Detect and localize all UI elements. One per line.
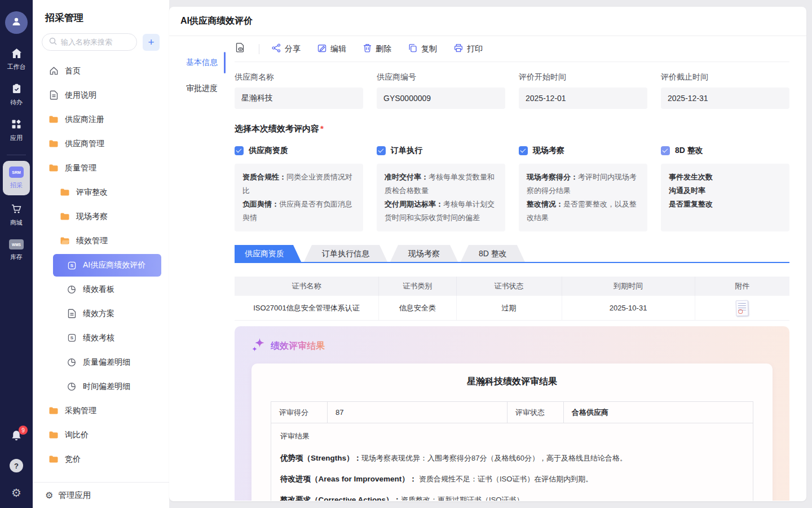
option-card: 现场考察得分：考评时间内现场考察的得分结果 整改情况：是否需要整改，以及整改结果 [519, 164, 647, 231]
app-rail: 工作台 待办 应用 SRM 招采 商城 WMS 库存 9 [0, 0, 33, 508]
field-value[interactable]: 星瀚科技 [235, 87, 363, 109]
tab-8d-rectify[interactable]: 8D 整改 [461, 245, 525, 262]
checkbox-checked[interactable] [519, 146, 528, 155]
rail-item-todo[interactable]: 待办 [10, 84, 23, 107]
sidebar-item-review-rectify[interactable]: 评审整改 [33, 180, 169, 204]
option-header: 供应商资质 [235, 146, 363, 156]
option-label: 8D 整改 [675, 146, 703, 156]
sidebar-item-instructions[interactable]: 使用说明 [33, 83, 169, 107]
result-section-title: 绩效评审结果 [271, 340, 325, 352]
col-cert-name: 证书名称 [235, 277, 379, 296]
tab-supplier-qualification[interactable]: 供应商资质 [235, 245, 301, 262]
wms-badge-icon: WMS [9, 239, 24, 249]
sidebar-item-site-visit[interactable]: 现场考察 [33, 204, 169, 229]
menu-label: 绩效方案 [83, 309, 114, 319]
sidebar-item-bidding[interactable]: 竞价 [33, 447, 169, 471]
add-button[interactable]: + [143, 34, 160, 51]
menu-label: 询比价 [65, 430, 89, 440]
pie-chart-icon [67, 358, 77, 367]
main-panel: AI供应商绩效评价 基本信息 审批进度 分享 编辑 [169, 7, 806, 501]
folder-open-icon [60, 237, 70, 244]
field-value[interactable]: 2025-12-31 [661, 87, 789, 109]
option-header: 8D 整改 [661, 146, 789, 156]
tab-approval-progress[interactable]: 审批进度 [169, 76, 226, 102]
performance-result-panel: 绩效评审结果 星瀚科技绩效评审结果 评审得分 87 评审状态 合格供应商 评审结… [235, 326, 789, 501]
col-cert-status: 证书状态 [457, 277, 562, 296]
search-input[interactable]: 输入名称来搜索 [42, 33, 137, 51]
folder-icon [48, 431, 59, 439]
print-button[interactable]: 打印 [454, 43, 483, 54]
cell-cert-status: 过期 [457, 296, 562, 320]
manage-apps-button[interactable]: ⚙ 管理应用 [33, 482, 169, 508]
field-value[interactable]: 2025-12-01 [519, 87, 647, 109]
settings-button[interactable]: ⚙ [11, 487, 21, 499]
menu-label: 供应商注册 [65, 115, 104, 125]
checkbox-checked[interactable] [377, 146, 386, 155]
checkbox-checked[interactable] [661, 146, 670, 155]
field-label: 供应商名称 [235, 72, 363, 82]
certificate-attachment-thumbnail[interactable] [736, 300, 749, 316]
pie-chart-icon [67, 285, 77, 294]
table-row: ISO27001信息安全管理体系认证 信息安全类 过期 2025-10-31 [235, 296, 789, 321]
notifications-button[interactable]: 9 [10, 430, 23, 444]
folder-icon [60, 189, 70, 196]
tab-basic-info[interactable]: 基本信息 [169, 50, 226, 76]
share-label: 分享 [285, 44, 301, 54]
manage-apps-label: 管理应用 [58, 490, 91, 501]
sidebar-item-performance-assess[interactable]: S 绩效考核 [33, 326, 169, 350]
rail-item-apps[interactable]: 应用 [10, 119, 23, 142]
sidebar-item-performance-board[interactable]: 绩效看板 [33, 277, 169, 301]
option-card: 准时交付率：考核每单发货数量和质检合格数量 交付周期达标率：考核每单计划交货时间… [377, 164, 505, 231]
preview-document-icon[interactable] [235, 42, 245, 55]
user-avatar[interactable] [5, 11, 28, 34]
rail-item-procurement-active[interactable]: SRM 招采 [3, 161, 30, 195]
rail-item-label: 库存 [10, 253, 23, 261]
field-value[interactable]: GYS0000009 [377, 87, 505, 109]
status-label: 评审状态 [508, 402, 564, 423]
col-attachment: 附件 [695, 277, 789, 296]
cell-cert-category: 信息安全类 [379, 296, 457, 320]
sidebar-item-supplier-manage[interactable]: 供应商管理 [33, 132, 169, 156]
tab-order-execution-info[interactable]: 订单执行信息 [304, 245, 387, 262]
copy-button[interactable]: 复制 [408, 43, 437, 54]
option-card: 资质合规性：同类企业资质情况对比 负面舆情：供应商是否有负面消息舆情 [235, 164, 363, 231]
sidebar-item-performance-plan[interactable]: 绩效方案 [33, 301, 169, 326]
menu-label: 质量管理 [65, 163, 96, 173]
tab-site-visit[interactable]: 现场考察 [390, 245, 458, 262]
sidebar-search-row: 输入名称来搜索 + [33, 33, 169, 51]
delete-button[interactable]: 删除 [363, 43, 391, 54]
option-label: 供应商资质 [249, 146, 288, 156]
rail-item-inventory[interactable]: WMS 库存 [9, 239, 24, 261]
detail-content: 分享 编辑 删除 复制 打印 [226, 36, 806, 501]
rail-divider [7, 155, 26, 155]
col-cert-category: 证书类别 [379, 277, 457, 296]
result-card-title: 星瀚科技绩效评审结果 [271, 376, 753, 388]
section-label: 选择本次绩效考评内容* [235, 124, 789, 134]
option-8d-rectify: 8D 整改 事件发生次数 沟通及时率 是否重复整改 [661, 146, 789, 231]
result-summary: 评审结果 优势项（Strengths）：现场考察表现优异：入围考察得分87分（及… [271, 423, 753, 501]
svg-text:S: S [70, 263, 73, 268]
grid-icon [11, 119, 21, 130]
share-button[interactable]: 分享 [272, 43, 301, 54]
help-button[interactable]: ? [10, 459, 23, 472]
option-header: 现场考察 [519, 146, 647, 156]
checkbox-checked[interactable] [235, 146, 244, 155]
page-header: AI供应商绩效评价 [169, 7, 806, 36]
rail-item-mall[interactable]: 商城 [10, 204, 23, 227]
option-grid: 供应商资质 资质合规性：同类企业资质情况对比 负面舆情：供应商是否有负面消息舆情… [235, 146, 789, 231]
sidebar-item-rfq[interactable]: 询比价 [33, 423, 169, 447]
rail-item-workbench[interactable]: 工作台 [7, 49, 26, 71]
sidebar-item-performance-manage[interactable]: 绩效管理 [33, 229, 169, 253]
sidebar-item-quality-manage[interactable]: 质量管理 [33, 156, 169, 180]
edit-button[interactable]: 编辑 [317, 43, 346, 54]
sidebar-item-purchase-manage[interactable]: 采购管理 [33, 398, 169, 423]
option-header: 订单执行 [377, 146, 505, 156]
rail-item-label: 应用 [10, 134, 23, 142]
result-table: 评审得分 87 评审状态 合格供应商 评审结果 优势项（Strengths）：现… [271, 401, 753, 501]
sidebar-item-quality-deviation[interactable]: 质量偏差明细 [33, 350, 169, 374]
summary-label: 评审结果 [280, 431, 744, 441]
sidebar-item-time-deviation[interactable]: 时间偏差明细 [33, 374, 169, 398]
sidebar-item-supplier-register[interactable]: 供应商注册 [33, 107, 169, 132]
sidebar-item-home[interactable]: 首页 [33, 59, 169, 83]
sidebar-item-ai-supplier-evaluation[interactable]: S AI供应商绩效评价 [53, 254, 161, 277]
